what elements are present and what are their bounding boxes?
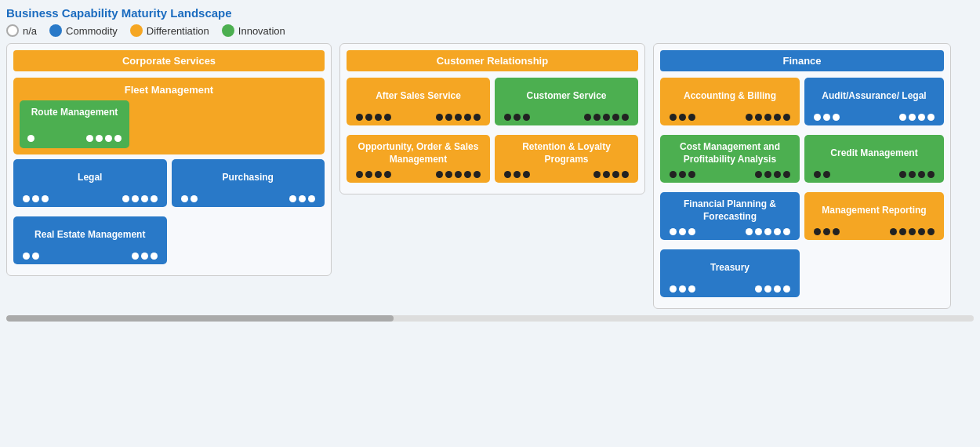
customer-relationship-header: Customer Relationship [347, 50, 638, 71]
dot [523, 171, 530, 178]
dot [114, 135, 122, 142]
dot [774, 171, 781, 178]
dot [445, 114, 452, 121]
dot [42, 195, 49, 202]
dots-right [593, 171, 629, 178]
dot [375, 114, 382, 121]
dot [783, 285, 790, 293]
dots-right [436, 114, 481, 121]
dots-left [814, 171, 830, 178]
dot [774, 114, 781, 121]
dot [755, 114, 762, 121]
dot [823, 171, 830, 178]
horizontal-scrollbar[interactable] [6, 315, 974, 322]
scrollbar-thumb[interactable] [6, 315, 394, 322]
commodity-label: Commodity [66, 25, 118, 37]
dot [86, 135, 93, 142]
dot [679, 285, 686, 293]
accounting-billing-card: Accounting & Billing [660, 78, 800, 125]
opportunity-dots [354, 171, 482, 178]
treasury-dots [668, 285, 792, 293]
dot [23, 253, 30, 260]
dot [622, 114, 629, 121]
legend-commodity: Commodity [49, 24, 118, 37]
accounting-billing-label: Accounting & Billing [668, 84, 792, 109]
legend-na: n/a [6, 24, 37, 37]
dot [474, 114, 481, 121]
route-management-card: Route Management [20, 100, 129, 148]
dot [603, 171, 610, 178]
na-label: n/a [23, 25, 37, 37]
financial-planning-card: Financial Planning & Forecasting [660, 192, 800, 240]
legal-purchasing-row: Legal Purchasing [13, 159, 325, 212]
dots-left [504, 171, 530, 178]
credit-dots [812, 171, 936, 178]
dots-left [814, 114, 840, 121]
dot [32, 195, 39, 202]
dot [688, 285, 695, 293]
dot [764, 114, 771, 121]
legal-dots [21, 195, 159, 202]
dot [688, 171, 695, 178]
real-estate-dots [21, 253, 159, 260]
after-sales-label: After Sales Service [354, 84, 482, 109]
dot [688, 114, 695, 121]
dot [308, 195, 315, 202]
dot [464, 114, 471, 121]
dots-right [132, 253, 158, 260]
dots-left [670, 114, 695, 121]
dot [132, 195, 139, 202]
differentiation-icon [130, 24, 143, 37]
opportunity-label: Opportunity, Order & Sales Management [354, 141, 482, 166]
dot [927, 228, 935, 235]
financial-planning-dots [668, 228, 792, 235]
dots-left [27, 135, 34, 142]
dot [927, 114, 935, 121]
dots-right [436, 171, 481, 178]
credit-management-card: Credit Management [804, 135, 944, 183]
dot [918, 171, 925, 178]
dots-left [356, 171, 391, 178]
audit-assurance-card: Audit/Assurance/ Legal [804, 78, 944, 125]
dot [679, 228, 686, 235]
dot [918, 228, 925, 235]
dot [32, 253, 39, 260]
dot [909, 171, 916, 178]
dot [603, 114, 610, 121]
dot [909, 228, 916, 235]
customer-service-label: Customer Service [503, 84, 630, 109]
dot [833, 114, 840, 121]
dot [365, 171, 372, 178]
audit-assurance-label: Audit/Assurance/ Legal [812, 84, 936, 109]
dot [746, 114, 753, 121]
accounting-billing-dots [668, 114, 792, 121]
dot [593, 171, 601, 178]
dot [299, 195, 306, 202]
cost-management-card: Cost Management and Profitability Analys… [660, 135, 800, 183]
retention-card: Retention & Loyalty Programs [495, 135, 638, 183]
dot [823, 228, 830, 235]
dot [688, 228, 695, 235]
dot [755, 171, 762, 178]
management-reporting-card: Management Reporting [804, 192, 944, 240]
dots-left [670, 171, 695, 178]
cost-dots [668, 171, 792, 178]
dot [890, 228, 897, 235]
section-corporate-services: Corporate Services Fleet Management Rout… [6, 43, 332, 276]
retention-dots [503, 171, 630, 178]
route-management-label: Route Management [26, 107, 123, 118]
real-estate-card: Real Estate Management [13, 216, 167, 264]
dot [679, 171, 686, 178]
corporate-services-header: Corporate Services [13, 50, 325, 71]
dots-right [746, 228, 790, 235]
treasury-label: Treasury [668, 256, 792, 281]
dot [612, 114, 619, 121]
legend: n/a Commodity Differentiation Innovation [6, 24, 974, 37]
fleet-management-card: Fleet Management Route Management [13, 78, 325, 154]
dot [474, 171, 481, 178]
dots-left [504, 114, 530, 121]
dot [833, 228, 840, 235]
legend-differentiation: Differentiation [130, 24, 209, 37]
dot [455, 114, 462, 121]
dot [191, 195, 198, 202]
